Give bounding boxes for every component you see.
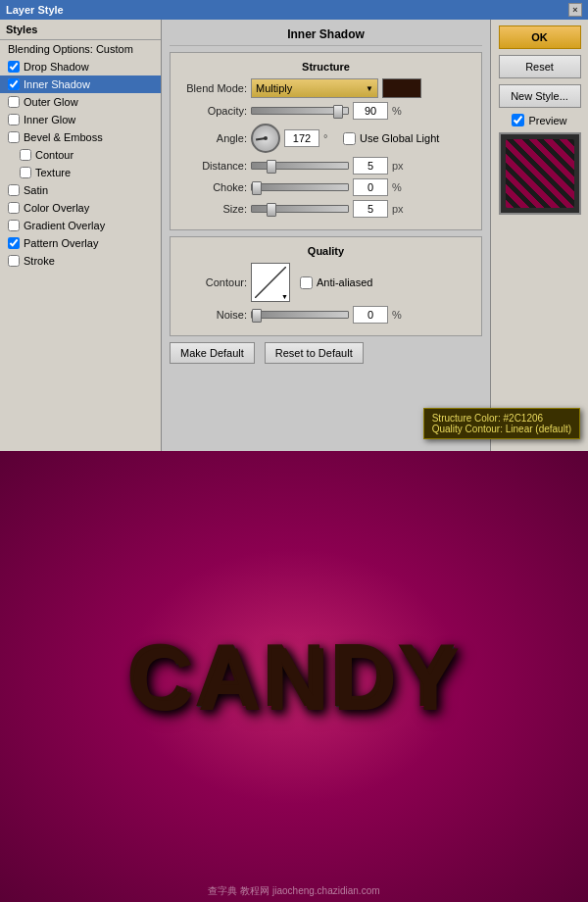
distance-input[interactable]	[353, 157, 388, 175]
reset-button[interactable]: Reset	[499, 55, 581, 78]
choke-slider-container	[251, 183, 349, 191]
structure-section: Structure Blend Mode: Multiply ▼ Opacity…	[170, 52, 482, 230]
stroke-checkbox[interactable]	[8, 255, 20, 267]
size-slider-thumb[interactable]	[267, 203, 276, 217]
opacity-input[interactable]	[353, 102, 388, 120]
angle-label: Angle:	[178, 132, 247, 144]
sidebar-item-inner-glow[interactable]: Inner Glow	[0, 111, 161, 128]
contour-preview[interactable]: ▼	[251, 263, 290, 302]
noise-input[interactable]	[353, 306, 388, 324]
contour-row: Contour: ▼ Anti-aliased	[178, 263, 473, 302]
anti-aliased-checkbox[interactable]	[300, 276, 313, 289]
contour-checkbox[interactable]	[20, 149, 31, 161]
opacity-slider-thumb[interactable]	[333, 105, 343, 119]
choke-label: Choke:	[178, 181, 247, 193]
sidebar-item-color-overlay[interactable]: Color Overlay	[0, 199, 161, 217]
drop-shadow-checkbox[interactable]	[8, 61, 20, 73]
tooltip-line2: Quality Contour: Linear (default)	[432, 424, 490, 434]
preview-checkbox[interactable]	[512, 114, 524, 126]
dialog-title: Layer Style	[6, 4, 64, 16]
sidebar-item-drop-shadow[interactable]: Drop Shadow	[0, 58, 161, 75]
blend-mode-label: Blend Mode:	[178, 82, 247, 94]
sidebar-item-inner-shadow[interactable]: Inner Shadow	[0, 75, 161, 93]
candy-text: CANDY	[127, 626, 461, 727]
right-panel: OK Reset New Style... Preview	[490, 20, 588, 451]
sidebar-item-gradient-overlay[interactable]: Gradient Overlay	[0, 217, 161, 234]
opacity-slider-container	[251, 107, 349, 115]
distance-unit: px	[392, 160, 408, 172]
use-global-light-label: Use Global Light	[360, 132, 439, 144]
sidebar-item-label: Satin	[24, 184, 48, 196]
global-light-row: Use Global Light	[343, 132, 439, 145]
choke-row: Choke: %	[178, 178, 473, 196]
pattern-overlay-checkbox[interactable]	[8, 237, 20, 249]
sidebar-item-outer-glow[interactable]: Outer Glow	[0, 93, 161, 111]
tooltip-box: Structure Color: #2C1206 Quality Contour…	[423, 408, 490, 439]
sidebar-item-label: Contour	[35, 149, 74, 161]
choke-unit: %	[392, 181, 408, 193]
texture-checkbox[interactable]	[20, 167, 31, 178]
blend-mode-row: Blend Mode: Multiply ▼	[178, 78, 473, 98]
sidebar-item-pattern-overlay[interactable]: Pattern Overlay	[0, 234, 161, 252]
inner-glow-checkbox[interactable]	[8, 114, 20, 125]
sidebar-item-satin[interactable]: Satin	[0, 181, 161, 199]
outer-glow-checkbox[interactable]	[8, 96, 20, 108]
distance-slider-container	[251, 162, 349, 170]
center-panel: Inner Shadow Structure Blend Mode: Multi…	[162, 20, 490, 451]
sidebar-item-label: Stroke	[24, 255, 55, 267]
ok-button[interactable]: OK	[499, 25, 581, 49]
distance-row: Distance: px	[178, 157, 473, 175]
size-input[interactable]	[353, 200, 388, 218]
new-style-button[interactable]: New Style...	[499, 84, 581, 108]
size-slider-track[interactable]	[251, 205, 349, 213]
gradient-overlay-checkbox[interactable]	[8, 220, 20, 231]
dropdown-arrow-icon: ▼	[366, 84, 373, 93]
inner-shadow-checkbox[interactable]	[8, 78, 20, 90]
sidebar-item-label: Inner Glow	[24, 114, 75, 125]
blend-color-swatch[interactable]	[382, 78, 421, 98]
close-icon[interactable]: ×	[568, 3, 582, 17]
styles-panel: Styles Blending Options: Custom Drop Sha…	[0, 20, 162, 451]
sidebar-item-label: Texture	[35, 167, 71, 178]
choke-slider-thumb[interactable]	[252, 181, 262, 195]
contour-label: Contour:	[178, 276, 247, 288]
distance-slider-thumb[interactable]	[267, 160, 276, 174]
sidebar-item-contour[interactable]: Contour	[0, 146, 161, 164]
reset-default-button[interactable]: Reset to Default	[265, 342, 364, 364]
opacity-unit: %	[392, 105, 408, 117]
angle-input[interactable]	[284, 129, 319, 147]
satin-checkbox[interactable]	[8, 184, 20, 196]
noise-row: Noise: %	[178, 306, 473, 324]
blend-mode-dropdown[interactable]: Multiply ▼	[251, 78, 378, 98]
sidebar-item-blending-options[interactable]: Blending Options: Custom	[0, 40, 161, 58]
sidebar-item-bevel-emboss[interactable]: Bevel & Emboss	[0, 128, 161, 146]
sidebar-item-stroke[interactable]: Stroke	[0, 252, 161, 270]
opacity-label: Opacity:	[178, 105, 247, 117]
canvas-area: CANDY 查字典 教程网 jiaocheng.chazidian.com	[0, 451, 588, 902]
bevel-emboss-checkbox[interactable]	[8, 131, 20, 143]
sidebar-item-label: Drop Shadow	[24, 61, 89, 73]
quality-title: Quality	[178, 245, 473, 257]
distance-slider-track[interactable]	[251, 162, 349, 170]
inner-shadow-section-title: Inner Shadow	[170, 27, 482, 46]
noise-label: Noise:	[178, 309, 247, 321]
opacity-slider-track[interactable]	[251, 107, 349, 115]
contour-arrow-icon: ▼	[281, 293, 288, 300]
quality-section: Quality Contour: ▼ Anti-aliased	[170, 236, 482, 336]
noise-slider-thumb[interactable]	[252, 309, 262, 323]
preview-label-text: Preview	[528, 115, 566, 126]
choke-input[interactable]	[353, 178, 388, 196]
preview-stripe	[506, 139, 574, 208]
angle-dial[interactable]	[251, 124, 280, 153]
choke-slider-track[interactable]	[251, 183, 349, 191]
sidebar-item-label: Outer Glow	[24, 96, 78, 108]
use-global-light-checkbox[interactable]	[343, 132, 356, 145]
color-overlay-checkbox[interactable]	[8, 202, 20, 214]
sidebar-item-label: Blending Options: Custom	[8, 43, 133, 55]
size-label: Size:	[178, 203, 247, 215]
anti-aliased-label: Anti-aliased	[317, 276, 372, 288]
noise-slider-track[interactable]	[251, 311, 349, 319]
blend-mode-value: Multiply	[256, 82, 292, 94]
make-default-button[interactable]: Make Default	[170, 342, 255, 364]
sidebar-item-texture[interactable]: Texture	[0, 164, 161, 181]
